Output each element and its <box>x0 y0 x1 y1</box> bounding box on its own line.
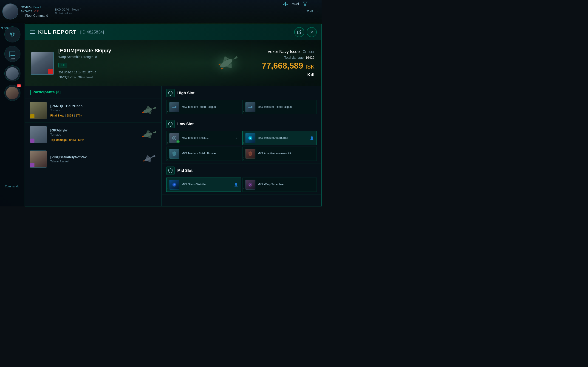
panel-title: KILL REPORT <box>38 29 77 35</box>
participant-1-details: [PAND]LTBallzDeep Tornado Final Blow | 2… <box>50 104 135 117</box>
low-slot-header: Low Slot <box>166 120 317 128</box>
item-name: MK7 Warp Scrambler <box>258 183 314 186</box>
kill-result: Kill <box>307 72 314 77</box>
svg-point-24 <box>250 138 251 139</box>
victim-details: [EXUM]Private Skippy Warp Scramble Stren… <box>58 48 111 79</box>
kill-location: ZK-YQ3 < D-EOI9 < Tenal <box>58 75 111 79</box>
equipment-panel: High Slot 1 MK7 Medium Rifled Railgun <box>162 86 321 206</box>
low-slot-name: Low Slot <box>177 122 194 126</box>
mid-slot-name: Mid Slot <box>177 168 192 173</box>
high-slot-header: High Slot <box>166 89 317 97</box>
item-icon: + <box>169 133 179 143</box>
player-info: OC-PZ4 Branch BKG-Q2 -0.7 Fleet Command <box>21 6 48 17</box>
item-qty: 1 <box>167 142 169 144</box>
damage-2: 8453 <box>69 138 76 142</box>
participant-item[interactable]: [GRA]nykr Tornado Top Damage | 8453 | 51… <box>25 123 162 147</box>
isk-unit: ISK <box>305 64 314 70</box>
railgun-icon <box>172 104 177 110</box>
participant-2-stats: Top Damage | 8453 | 51% <box>50 138 135 142</box>
svg-point-28 <box>174 184 175 185</box>
low-slot-icon <box>166 120 174 128</box>
shield-booster-icon <box>172 151 177 156</box>
item-icon <box>245 180 255 190</box>
top-right-hud: Travel <box>283 1 308 7</box>
svg-rect-17 <box>175 106 176 108</box>
item-slot-highlighted-2[interactable]: 1 MK7 Stasis Webifier 👤 <box>166 177 241 192</box>
percent-1: 17% <box>76 114 82 117</box>
item-icon <box>169 149 179 159</box>
ship-silhouette <box>203 45 249 82</box>
player-avatar[interactable] <box>2 3 18 19</box>
close-button[interactable] <box>307 27 317 37</box>
participant-2-name: [GRA]nykr <box>50 128 135 132</box>
top-hud: OC-PZ4 Branch BKG-Q2 -0.7 Fleet Command … <box>0 0 321 23</box>
kill-report-panel: KILL REPORT [ID:4825834] <box>25 24 321 206</box>
filter-icon[interactable] <box>302 1 308 7</box>
blow-type-1: Final Blow <box>50 114 64 117</box>
chat-icon <box>9 51 16 57</box>
menu-button[interactable] <box>30 31 35 34</box>
participants-header: Participants [3] <box>25 86 162 98</box>
security-percent: 3.0% <box>1 26 9 30</box>
avatar2 <box>6 87 19 99</box>
corp-icon-2 <box>30 139 35 143</box>
item-slot[interactable]: 1 MK7 Adaptive Invulnerabilit... <box>242 147 317 161</box>
sidebar-avatar2[interactable]: 23 <box>4 85 20 101</box>
shield3-icon <box>168 168 173 173</box>
item-qty: 1 <box>243 111 245 113</box>
export-icon <box>297 30 302 34</box>
sidebar-avatar1[interactable] <box>4 65 20 81</box>
item-slot-highlighted[interactable]: 1 MK7 Medium Afterburner 👤 <box>242 131 317 145</box>
svg-point-30 <box>250 184 251 185</box>
svg-point-0 <box>11 33 13 35</box>
item-slot[interactable]: 1 MK7 Warp Scrambler <box>242 177 317 192</box>
svg-rect-19 <box>251 106 252 108</box>
high-slot-items: 1 MK7 Medium Rifled Railgun 1 <box>166 100 317 114</box>
participant-portrait-1 <box>30 102 47 119</box>
item-slot[interactable]: 1 + MK7 Medium Shield... × <box>166 131 241 145</box>
participant-3-details: [VIRI]DefinitelyNotPax Talwar Assault <box>50 155 135 163</box>
item-slot[interactable]: 1 MK7 Medium Rifled Railgun <box>242 100 317 114</box>
svg-point-25 <box>250 153 251 155</box>
export-button[interactable] <box>294 27 304 37</box>
participant-item[interactable]: [PAND]LTBallzDeep Tornado Final Blow | 2… <box>25 98 162 123</box>
participant-2-ship: Tornado <box>50 133 135 136</box>
low-slot-items: 1 + MK7 Medium Shield... × 1 <box>166 131 317 161</box>
high-slot-icon <box>166 89 174 97</box>
ship-image-area <box>198 40 255 86</box>
station-name: BKG-Q2 <box>21 10 32 13</box>
participant-1-stats: Final Blow | 2893 | 17% <box>50 114 135 117</box>
close-item-button[interactable]: × <box>235 136 238 140</box>
plane-icon <box>283 1 288 7</box>
participants-title: Participants [3] <box>32 90 61 94</box>
panel-id: [ID:4825834] <box>80 30 104 35</box>
item-qty: 1 <box>167 188 169 191</box>
item-qty: 1 <box>243 188 245 191</box>
plus-icon: + <box>176 140 180 143</box>
location-info: BKG-Q2 VII - Moon 4 No instructions <box>55 8 81 15</box>
travel-area[interactable]: Travel <box>283 1 299 7</box>
warp-scrambler-icon <box>248 182 253 187</box>
victim-name: [EXUM]Private Skippy <box>58 48 111 54</box>
shield2-icon <box>168 122 173 127</box>
travel-label: Travel <box>290 2 299 6</box>
victim-portrait <box>31 52 54 75</box>
blow-type-2: Top Damage <box>50 138 67 142</box>
notification-badge: 23 <box>17 84 21 87</box>
item-name: MK7 Medium Shield Booster <box>182 152 238 156</box>
hud-indicator: ▲ <box>317 10 319 13</box>
branch-label: Branch <box>34 6 42 8</box>
item-name: MK7 Medium Shield... <box>182 136 233 140</box>
item-qty: 1 <box>167 111 169 113</box>
item-slot[interactable]: 1 MK7 Medium Shield Booster <box>166 147 241 161</box>
sidebar-local-btn[interactable]: Local <box>4 46 20 62</box>
ship-icon-1 <box>138 104 157 117</box>
svg-point-21 <box>173 137 175 139</box>
item-slot[interactable]: 1 MK7 Medium Rifled Railgun <box>166 100 241 114</box>
high-slot-section: High Slot 1 MK7 Medium Rifled Railgun <box>162 86 321 117</box>
participant-item[interactable]: [VIRI]DefinitelyNotPax Talwar Assault <box>25 147 162 171</box>
left-sidebar: Local 23 Command / <box>0 23 25 206</box>
fleet-command[interactable]: Fleet Command <box>25 14 48 17</box>
kill-stats: Vexor Navy Issue Cruiser Total damage: 1… <box>255 40 321 86</box>
corp-icon-1 <box>30 114 35 118</box>
